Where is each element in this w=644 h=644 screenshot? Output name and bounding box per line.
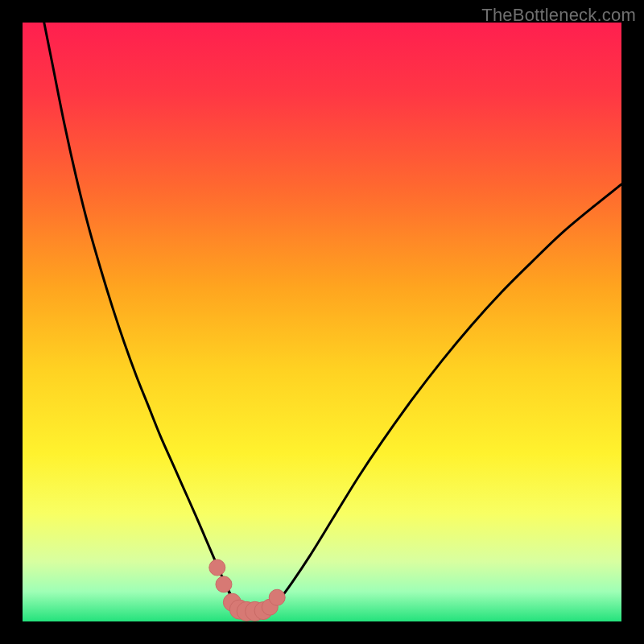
valley-marker xyxy=(209,559,225,576)
watermark-text: TheBottleneck.com xyxy=(481,5,636,26)
gradient-background xyxy=(23,23,621,621)
valley-marker xyxy=(269,589,285,605)
chart-frame: TheBottleneck.com xyxy=(0,0,644,644)
plot-area xyxy=(23,23,621,621)
valley-marker xyxy=(216,576,232,592)
bottleneck-chart xyxy=(23,23,621,621)
